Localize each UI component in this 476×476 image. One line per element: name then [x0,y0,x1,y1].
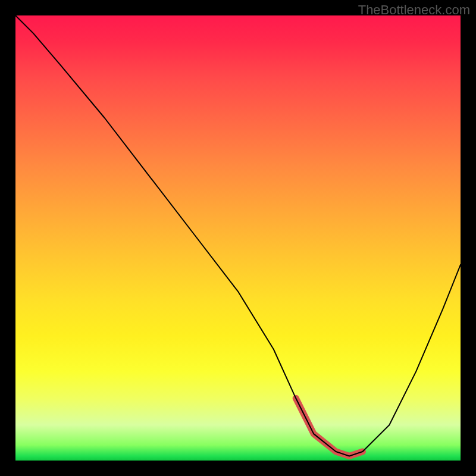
chart-background-gradient [15,15,461,461]
watermark-text: TheBottleneck.com [358,2,470,18]
